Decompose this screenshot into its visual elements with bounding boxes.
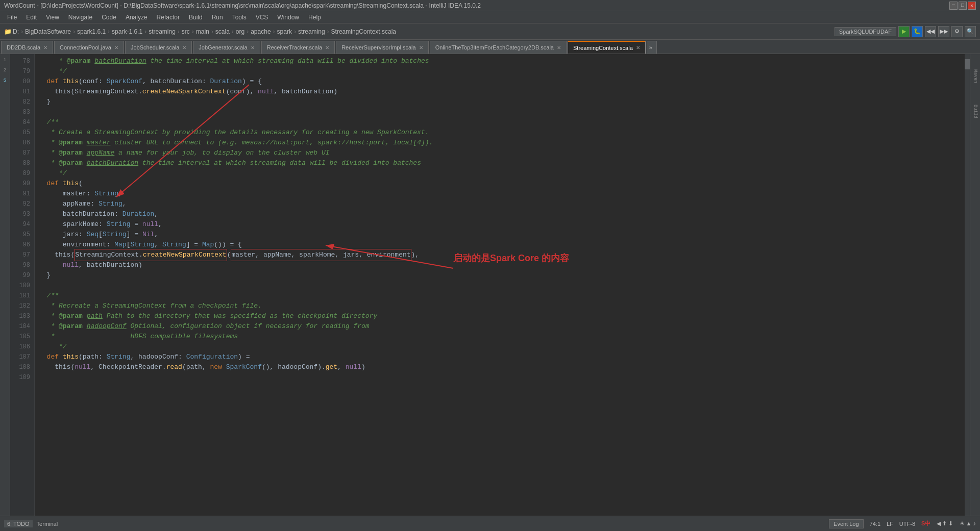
tab-close-dd2db[interactable]: ✕	[43, 45, 47, 50]
code-line-95: jars: Seq[String] = Nil,	[39, 230, 965, 240]
code-line-104: * @param hadoopConf Optional, configurat…	[39, 321, 965, 332]
menu-tools[interactable]: Tools	[228, 13, 251, 22]
code-line-87: * @param appName a name for your job, to…	[39, 148, 965, 158]
tab-streamingcontext[interactable]: StreamingContext.scala ✕	[568, 41, 646, 54]
status-icons-3: ☀ ▲ ♪	[960, 520, 976, 527]
status-position: 74:1	[870, 521, 880, 527]
tab-close-jobscheduler[interactable]: ✕	[182, 45, 186, 50]
code-line-84: /**	[39, 117, 965, 128]
line-numbers: 78 79 80 81 82 83 84 85 86 87 88 89 90 9…	[10, 54, 35, 516]
status-icons-2: ◀ ⬆ ⬇	[937, 520, 953, 527]
code-line-91: master: String,	[39, 189, 965, 199]
menu-vcs[interactable]: VCS	[252, 13, 273, 22]
toolbar-btn-1[interactable]: ◀◀	[925, 26, 936, 37]
menu-bar: File Edit View Navigate Code Analyze Ref…	[0, 11, 980, 23]
maven-panel-icon[interactable]: Maven	[971, 56, 979, 97]
tab-dd2db[interactable]: DD2DB.scala ✕	[1, 41, 53, 54]
sidebar-structure[interactable]: S	[1, 77, 9, 85]
menu-view[interactable]: View	[42, 13, 63, 22]
code-line-90: def this(	[39, 179, 965, 189]
right-scrollbar[interactable]	[965, 54, 970, 516]
menu-refactor[interactable]: Refactor	[153, 13, 184, 22]
status-encoding: UTF-8	[899, 521, 915, 527]
code-line-107: def this(path: String, hadoopConf: Confi…	[39, 352, 965, 362]
code-line-102: * Recreate a StreamingContext from a che…	[39, 301, 965, 311]
code-line-105: * HDFS compatible filesystems	[39, 332, 965, 342]
run-button[interactable]: ▶	[898, 26, 910, 37]
menu-run[interactable]: Run	[208, 13, 227, 22]
tab-close-onlinetop3[interactable]: ✕	[557, 45, 561, 50]
minimize-button[interactable]: ─	[949, 2, 958, 10]
code-line-96: environment: Map[String, String] = Map()…	[39, 240, 965, 250]
tab-receiversupervisorimpl[interactable]: ReceiverSupervisorImpl.scala ✕	[336, 41, 429, 54]
code-line-101: /**	[39, 291, 965, 301]
menu-code[interactable]: Code	[97, 13, 120, 22]
sidebar-icon-2[interactable]: 2	[1, 66, 9, 74]
code-line-103: * @param path Path to the directory that…	[39, 311, 965, 321]
title-text: WordCount - [D:\IdeaProjects\WordCount] …	[4, 2, 481, 9]
toolbar-right: SparkSQLUDFUDAF ▶ 🐛 ◀◀ ▶▶ ⚙ 🔍	[835, 26, 976, 37]
close-button[interactable]: ✕	[968, 2, 976, 10]
tab-jobscheduler[interactable]: JobScheduler.scala ✕	[125, 41, 192, 54]
tab-close-connectionpool[interactable]: ✕	[114, 45, 118, 50]
code-line-86: * @param master cluster URL to connect t…	[39, 138, 965, 148]
sidebar-icon-1[interactable]: 1	[1, 56, 9, 64]
code-line-100	[39, 281, 965, 291]
code-line-79: */	[39, 66, 965, 77]
status-lf: LF	[887, 521, 893, 527]
event-log-button[interactable]: Event Log	[829, 519, 864, 528]
project-dropdown[interactable]: SparkSQLUDFUDAF	[835, 27, 896, 36]
code-line-78: * @param batchDuration the time interval…	[39, 56, 965, 66]
menu-file[interactable]: File	[3, 13, 21, 22]
menu-navigate[interactable]: Navigate	[64, 13, 96, 22]
menu-help[interactable]: Help	[304, 13, 325, 22]
left-sidebar: 1 2 S	[0, 54, 10, 516]
menu-window[interactable]: Window	[273, 13, 303, 22]
todo-badge[interactable]: 6: TODO	[4, 520, 33, 527]
tab-close-receiversupervisorimpl[interactable]: ✕	[419, 45, 423, 50]
status-bar: 6: TODO Terminal Event Log 74:1 LF UTF-8…	[0, 516, 980, 531]
code-line-81: this(StreamingContext.createNewSparkCont…	[39, 87, 965, 97]
main-layout: 1 2 S 78 79 80 81 82 83 84 85 86 87 88 8…	[0, 54, 980, 516]
code-line-106: */	[39, 342, 965, 352]
code-line-108: this(null, CheckpointReader.read(path, n…	[39, 362, 965, 372]
code-editor[interactable]: * @param batchDuration the time interval…	[35, 54, 965, 516]
toolbar: 📁 D: › BigDataSoftware › spark1.6.1 › sp…	[0, 23, 980, 40]
code-line-85: * Create a StreamingContext by providing…	[39, 128, 965, 138]
highlight-box-97: StreamingContext.createNewSparkContext	[75, 249, 227, 261]
tab-jobgenerator[interactable]: JobGenerator.scala ✕	[193, 41, 260, 54]
status-left: 6: TODO Terminal	[4, 520, 58, 527]
tab-connectionpool[interactable]: ConnectionPool.java ✕	[54, 41, 124, 54]
window-controls: ─ □ ✕	[949, 2, 976, 10]
toolbar-btn-3[interactable]: ⚙	[951, 26, 963, 37]
tab-close-jobgenerator[interactable]: ✕	[251, 45, 255, 50]
terminal-item[interactable]: Terminal	[37, 521, 58, 527]
tab-onlinesettop3[interactable]: OnlineTheTop3ItemForEachCategory2DB.scal…	[430, 41, 567, 54]
code-line-83	[39, 107, 965, 117]
code-line-93: batchDuration: Duration,	[39, 209, 965, 219]
tab-more[interactable]: »	[647, 41, 657, 54]
toolbar-btn-4[interactable]: 🔍	[965, 26, 976, 37]
menu-edit[interactable]: Edit	[22, 13, 41, 22]
menu-analyze[interactable]: Analyze	[121, 13, 152, 22]
tab-close-streamingcontext[interactable]: ✕	[636, 45, 640, 50]
tab-bar: DD2DB.scala ✕ ConnectionPool.java ✕ JobS…	[0, 40, 980, 54]
restore-button[interactable]: □	[959, 2, 967, 10]
status-right: Event Log 74:1 LF UTF-8 S中 ◀ ⬆ ⬇ ☀ ▲ ♪	[829, 519, 976, 528]
code-line-88: * @param batchDuration the time interval…	[39, 158, 965, 168]
annotation-chinese: 启动的是Spark Core 的内容	[453, 253, 569, 263]
code-line-82: }	[39, 97, 965, 107]
code-line-94: sparkHome: String = null,	[39, 219, 965, 230]
code-line-109	[39, 372, 965, 383]
right-panel: Maven Build	[970, 54, 980, 516]
build-panel-icon[interactable]: Build	[971, 99, 979, 124]
toolbar-btn-2[interactable]: ▶▶	[938, 26, 949, 37]
code-line-92: appName: String,	[39, 199, 965, 209]
highlight-box-97-params: master, appName, sparkHome, jars, enviro…	[231, 249, 411, 261]
breadcrumb: 📁 D: › BigDataSoftware › spark1.6.1 › sp…	[4, 28, 396, 35]
menu-build[interactable]: Build	[185, 13, 207, 22]
debug-button[interactable]: 🐛	[912, 26, 923, 37]
code-line-89: */	[39, 168, 965, 179]
tab-receivertracker[interactable]: ReceiverTracker.scala ✕	[261, 41, 335, 54]
tab-close-receivertracker[interactable]: ✕	[325, 45, 329, 50]
